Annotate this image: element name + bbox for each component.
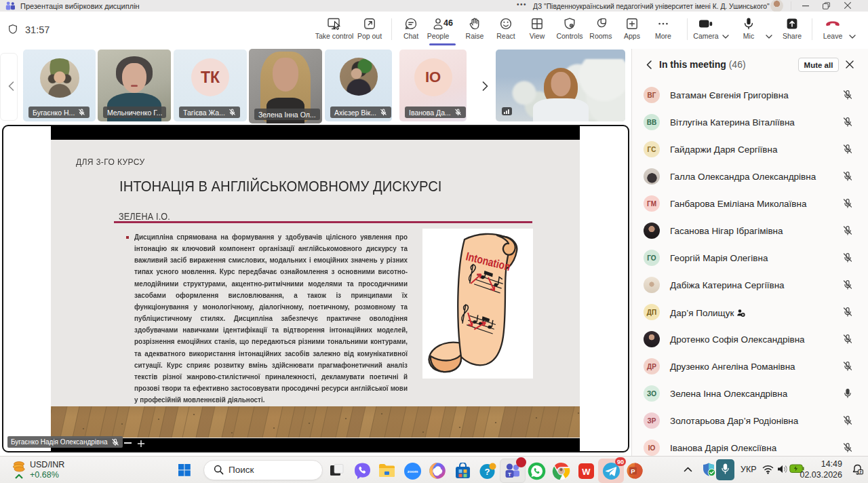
svg-text:T: T — [508, 471, 511, 478]
svg-text:P: P — [631, 467, 635, 475]
svg-text:zoom: zoom — [407, 469, 418, 474]
svg-text:?: ? — [484, 467, 490, 477]
svg-text:W: W — [582, 467, 591, 477]
